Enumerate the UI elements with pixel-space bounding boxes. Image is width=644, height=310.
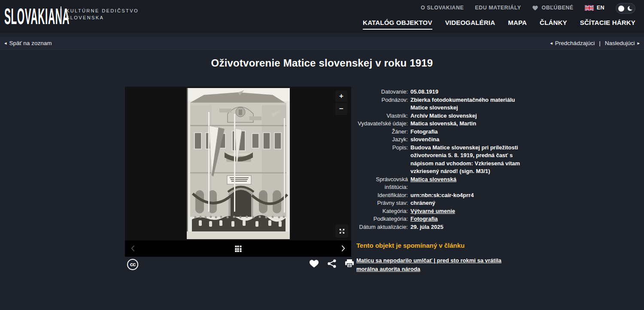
- meta-label: Jazyk:: [356, 136, 410, 144]
- pager-separator: |: [599, 40, 601, 46]
- article-link[interactable]: Maticu sa nepodarilo umlčať | pred sto r…: [356, 256, 516, 273]
- fullscreen-expand-icon: [339, 228, 345, 234]
- back-label: Späť na zoznam: [9, 40, 52, 46]
- nav-item-katalog-objektov[interactable]: KATALÓG OBJEKTOV: [363, 19, 432, 30]
- cc-license-icon[interactable]: cc: [127, 259, 138, 270]
- meta-value: Zbierka fotodokumentačného materiálu Mat…: [410, 96, 521, 112]
- object-photo[interactable]: [187, 88, 290, 239]
- next-label: Nasledujúci: [605, 40, 635, 46]
- meta-label: Podnázov:: [356, 96, 410, 112]
- meta-value-link[interactable]: Matica slovenská: [410, 176, 521, 191]
- uk-flag-icon: [585, 5, 594, 11]
- meta-value: urn:nbn:sk:cair-ko4prr4: [410, 191, 521, 200]
- chevron-left-icon: [131, 245, 135, 252]
- meta-value-link[interactable]: Fotografia: [410, 215, 521, 223]
- nav-item-scitacie-harky[interactable]: SČÍTACIE HÁRKY: [580, 19, 635, 30]
- meta-value: Matica slovenská, Martin: [410, 120, 521, 128]
- next-arrow-icon: ▸: [637, 40, 640, 46]
- meta-row-datum-aktualizacie: Dátum aktualizácie: 29. júla 2025: [356, 223, 521, 231]
- meta-label: Žáner:: [356, 128, 410, 136]
- meta-label: Identifikátor:: [356, 191, 410, 200]
- tagline-line2: SLOVENSKA: [66, 14, 139, 21]
- meta-row-spravcovska-institucia: Správcovská inštitúcia: Matica slovenská: [356, 176, 521, 191]
- utility-item-label: EDU MATERIÁLY: [475, 5, 521, 11]
- subnav-bar: ◂ Späť na zoznam ◂ Predchádzajúci | Nasl…: [0, 36, 644, 50]
- print-button[interactable]: [345, 259, 354, 268]
- meta-row-pravny-stav: Právny stav: chránený: [356, 199, 521, 207]
- meta-label: Správcovská inštitúcia:: [356, 176, 410, 191]
- meta-value: 05.08.1919: [410, 88, 521, 96]
- theme-toggle[interactable]: [616, 3, 635, 14]
- meta-label: Vlastník:: [356, 112, 410, 120]
- meta-row-identifikator: Identifikátor: urn:nbn:sk:cair-ko4prr4: [356, 191, 521, 200]
- viewer-toolbar: [125, 240, 351, 257]
- print-icon: [345, 259, 354, 268]
- share-button[interactable]: [328, 259, 336, 268]
- meta-value: Archív Matice slovenskej: [410, 112, 521, 120]
- meta-row-podkategoria: Podkategória: Fotografia: [356, 215, 521, 223]
- nav-item-videogaleria[interactable]: VIDEOGALÉRIA: [445, 19, 495, 30]
- meta-row-podnazov: Podnázov: Zbierka fotodokumentačného mat…: [356, 96, 521, 112]
- prev-image-button[interactable]: [131, 245, 135, 252]
- favorite-button[interactable]: [309, 259, 319, 268]
- brand-divider: [61, 6, 61, 23]
- meta-label: Vydavateľské údaje:: [356, 120, 410, 128]
- meta-row-kategoria: Kategória: Výtvarné umenie: [356, 207, 521, 216]
- tagline-line1: KULTÚRNE DEDIČSTVO: [66, 7, 139, 14]
- next-object-link[interactable]: Nasledujúci ▸: [605, 40, 640, 46]
- meta-label: Popis:: [356, 144, 410, 176]
- grid-view-button[interactable]: [235, 246, 241, 252]
- zoom-in-button[interactable]: +: [335, 90, 347, 102]
- utility-item-oblubene[interactable]: OBĽÚBENÉ: [532, 5, 573, 11]
- language-switcher[interactable]: EN: [585, 5, 605, 11]
- utility-item-label: O SLOVAKIANE: [421, 5, 464, 11]
- previous-label: Predchádzajúci: [555, 40, 595, 46]
- pager-links: ◂ Predchádzajúci | Nasledujúci ▸: [550, 40, 640, 46]
- back-to-list-link[interactable]: ◂ Späť na zoznam: [4, 40, 52, 46]
- fullscreen-button[interactable]: [335, 225, 348, 237]
- moon-icon: [627, 6, 633, 11]
- meta-value: Budova Matice slovenskej pri príležitost…: [410, 144, 521, 176]
- meta-row-zaner: Žáner: Fotografia: [356, 128, 521, 136]
- meta-label: Datovanie:: [356, 88, 410, 96]
- back-arrow-icon: ◂: [4, 40, 7, 46]
- heart-icon: [532, 5, 538, 11]
- utility-item-o-slovakiane[interactable]: O SLOVAKIANE: [421, 5, 464, 11]
- article-mention-heading: Tento objekt je spomínaný v článku: [356, 242, 465, 249]
- sun-icon: [618, 6, 624, 12]
- meta-label: Právny stav:: [356, 199, 410, 207]
- main-nav: KATALÓG OBJEKTOV VIDEOGALÉRIA MAPA ČLÁNK…: [363, 19, 635, 30]
- meta-value: 29. júla 2025: [410, 223, 521, 231]
- brand-logo[interactable]: SLOVAKIANA: [4, 4, 70, 30]
- zoom-controls: + −: [335, 90, 347, 115]
- utility-item-label: OBĽÚBENÉ: [541, 5, 573, 11]
- previous-object-link[interactable]: ◂ Predchádzajúci: [550, 40, 595, 46]
- meta-value: slovenčina: [410, 136, 521, 144]
- zoom-out-button[interactable]: −: [335, 103, 347, 115]
- header: SLOVAKIANA KULTÚRNE DEDIČSTVO SLOVENSKA …: [0, 0, 644, 33]
- object-actions: [309, 259, 354, 268]
- prev-arrow-icon: ◂: [550, 40, 553, 46]
- meta-label: Kategória:: [356, 207, 410, 216]
- brand-tagline: KULTÚRNE DEDIČSTVO SLOVENSKA: [66, 7, 139, 21]
- meta-row-jazyk: Jazyk: slovenčina: [356, 136, 521, 144]
- meta-row-vydavatelske-udaje: Vydavateľské údaje: Matica slovenská, Ma…: [356, 120, 521, 128]
- nav-item-clanky[interactable]: ČLÁNKY: [540, 19, 567, 30]
- meta-value-link[interactable]: Výtvarné umenie: [410, 207, 521, 216]
- next-image-button[interactable]: [341, 245, 345, 252]
- chevron-right-icon: [341, 245, 345, 252]
- meta-value: Fotografia: [410, 128, 521, 136]
- share-icon: [328, 259, 336, 268]
- utility-item-edu-materialy[interactable]: EDU MATERIÁLY: [475, 5, 521, 11]
- viewer-stage[interactable]: + −: [125, 87, 351, 240]
- utility-nav: O SLOVAKIANE EDU MATERIÁLY OBĽÚBENÉ EN: [421, 5, 605, 11]
- heart-icon: [309, 259, 319, 268]
- language-code: EN: [597, 5, 605, 11]
- meta-label: Podkategória:: [356, 215, 410, 223]
- nav-item-mapa[interactable]: MAPA: [508, 19, 527, 30]
- meta-row-popis: Popis: Budova Matice slovenskej pri príl…: [356, 144, 521, 176]
- page-title: Oživotvorenie Matice slovenskej v roku 1…: [0, 57, 644, 69]
- metadata-panel: Datovanie: 05.08.1919 Podnázov: Zbierka …: [356, 88, 521, 231]
- image-viewer: + −: [125, 87, 351, 257]
- meta-row-vlastnik: Vlastník: Archív Matice slovenskej: [356, 112, 521, 120]
